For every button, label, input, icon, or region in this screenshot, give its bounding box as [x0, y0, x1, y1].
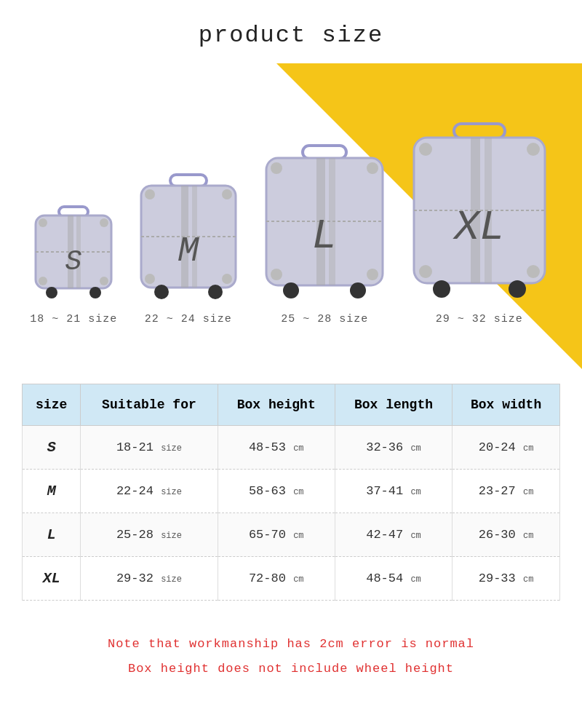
cell-width: 20-24 cm — [453, 426, 560, 470]
col-width: Box width — [453, 384, 560, 426]
cell-size: L — [23, 513, 81, 557]
cell-size: S — [23, 426, 81, 470]
luggage-xl: XL 29 ~ 32 size — [407, 120, 552, 325]
svg-point-19 — [145, 274, 155, 284]
svg-point-20 — [222, 274, 232, 284]
svg-point-44 — [527, 265, 540, 278]
col-length: Box length — [335, 384, 452, 426]
col-height: Box height — [218, 384, 335, 426]
svg-rect-36 — [454, 124, 505, 138]
luggage-s: S 18 ~ 21 size — [30, 204, 117, 325]
luggage-l: L 25 ~ 28 size — [259, 142, 390, 325]
cell-width: 29-33 cm — [453, 557, 560, 601]
cell-height: 65-70 cm — [218, 513, 335, 557]
svg-rect-24 — [303, 146, 346, 159]
cell-height: 48-53 cm — [218, 426, 335, 470]
svg-point-10 — [46, 287, 57, 298]
luggage-illustration: S 18 ~ 21 size M — [0, 63, 582, 369]
cell-length: 48-54 cm — [335, 557, 452, 601]
cell-suitable: 25-28 size — [81, 513, 218, 557]
svg-point-31 — [271, 269, 282, 280]
notes-section: Note that workmanship has 2cm error is n… — [0, 615, 582, 701]
col-size: size — [23, 384, 81, 426]
cell-width: 26-30 cm — [453, 513, 560, 557]
luggage-s-label: 18 ~ 21 size — [30, 313, 117, 325]
cell-length: 42-47 cm — [335, 513, 452, 557]
table-row: L 25-28 size 65-70 cm 42-47 cm 26-30 cm — [23, 513, 560, 557]
cell-size: XL — [23, 557, 81, 601]
svg-point-32 — [367, 269, 378, 280]
size-table: size Suitable for Box height Box length … — [22, 384, 560, 601]
svg-point-29 — [271, 162, 282, 174]
luggage-m: M 22 ~ 24 size — [134, 171, 243, 325]
svg-text:M: M — [178, 232, 199, 271]
svg-text:S: S — [65, 246, 82, 277]
svg-point-6 — [100, 218, 108, 227]
cell-suitable: 18-21 size — [81, 426, 218, 470]
svg-point-34 — [283, 282, 299, 298]
cell-height: 72-80 cm — [218, 557, 335, 601]
cell-height: 58-63 cm — [218, 470, 335, 513]
size-table-section: size Suitable for Box height Box length … — [0, 369, 582, 615]
table-header-row: size Suitable for Box height Box length … — [23, 384, 560, 426]
col-suitable: Suitable for — [81, 384, 218, 426]
svg-point-17 — [145, 189, 155, 199]
svg-point-41 — [419, 143, 432, 156]
table-row: XL 29-32 size 72-80 cm 48-54 cm 29-33 cm — [23, 557, 560, 601]
svg-point-47 — [509, 280, 526, 298]
cell-suitable: 22-24 size — [81, 470, 218, 513]
cell-size: M — [23, 470, 81, 513]
svg-text:XL: XL — [453, 204, 505, 251]
note-1: Note that workmanship has 2cm error is n… — [15, 637, 567, 651]
svg-text:L: L — [312, 213, 338, 260]
luggage-group: S 18 ~ 21 size M — [0, 120, 582, 325]
luggage-m-label: 22 ~ 24 size — [145, 313, 232, 325]
table-row: S 18-21 size 48-53 cm 32-36 cm 20-24 cm — [23, 426, 560, 470]
svg-point-42 — [527, 143, 540, 156]
svg-point-23 — [208, 285, 223, 299]
note-2: Box height does not include wheel height — [15, 662, 567, 676]
svg-point-7 — [39, 277, 47, 285]
svg-point-5 — [39, 218, 47, 227]
cell-length: 37-41 cm — [335, 470, 452, 513]
table-row: M 22-24 size 58-63 cm 37-41 cm 23-27 cm — [23, 470, 560, 513]
svg-point-18 — [222, 189, 232, 199]
cell-length: 32-36 cm — [335, 426, 452, 470]
page-title: product size — [0, 0, 582, 63]
luggage-l-label: 25 ~ 28 size — [281, 313, 368, 325]
svg-point-43 — [419, 265, 432, 278]
svg-point-22 — [154, 285, 169, 299]
svg-point-30 — [367, 162, 378, 174]
cell-suitable: 29-32 size — [81, 557, 218, 601]
svg-point-35 — [350, 282, 366, 298]
svg-point-8 — [100, 277, 108, 285]
svg-point-11 — [89, 287, 101, 298]
svg-point-46 — [433, 280, 450, 298]
luggage-xl-label: 29 ~ 32 size — [436, 313, 523, 325]
cell-width: 23-27 cm — [453, 470, 560, 513]
